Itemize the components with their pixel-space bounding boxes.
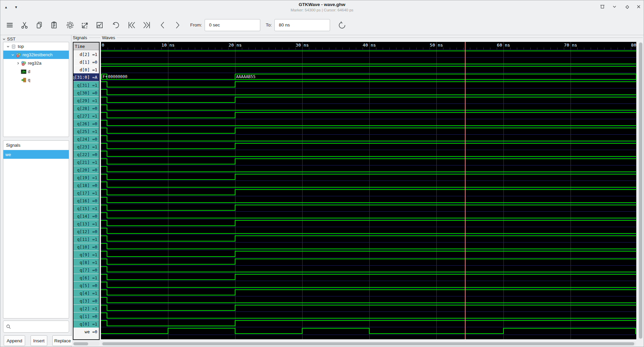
signal-name-row[interactable]: q[10] =0 [73,243,99,251]
signal-name-row[interactable]: q[2] =1 [73,304,99,312]
go-to-start-icon[interactable] [124,17,139,33]
signal-name-row[interactable]: q[24] =0 [73,135,99,143]
window-title: GTKWave - wave.ghw [0,2,644,7]
reload-icon[interactable] [335,17,350,33]
undo-icon[interactable] [108,17,123,33]
signal-name-row[interactable]: q[15] =1 [73,204,99,212]
signal-name-row[interactable]: q[11] =1 [73,235,99,243]
search-icon [6,324,11,329]
signal-name-row[interactable]: d[2] =1 [73,50,99,58]
signal-name-column: Timed[2] =1d[1] =0d[0] =1q[31:0] =Aq[31]… [73,42,100,340]
names-horizontal-scrollbar[interactable] [73,342,100,346]
component-icon [15,52,21,58]
svg-text:AAAAAB55: AAAAAB55 [236,74,256,79]
maximize-icon[interactable] [624,4,629,9]
svg-text:ns: ns [371,43,376,48]
paste-icon[interactable] [47,17,61,33]
signal-name-row[interactable]: q[26] =0 [73,120,99,127]
signal-name-row[interactable]: q[28] =0 [73,104,99,112]
copy-icon[interactable] [32,17,47,33]
waves-vertical-scrollbar[interactable] [638,42,643,339]
signal-name-row[interactable]: q[3] =0 [73,297,99,304]
signal-name-row[interactable]: q[12] =0 [73,227,99,235]
waveform-canvas[interactable]: 010ns20ns30ns40ns50ns60ns70ns80nsF+00000… [101,42,636,339]
chevron-right-icon[interactable] [16,61,20,65]
signal-name-row[interactable]: q[18] =0 [73,181,99,189]
wave-display-icon [21,69,26,74]
signals-list-header: Signals [3,141,69,150]
signal-name-row[interactable]: d[0] =1 [73,66,99,73]
toolbar: From: To: [0,15,644,35]
signal-name-row[interactable]: q[22] =0 [73,150,99,158]
marker-cursor-readout: Marker: 54300 ps | Cursor: 64640 ps [0,8,644,12]
tree-item-top[interactable]: top [3,42,69,51]
signal-name-row[interactable]: q[27] =1 [73,112,99,120]
zoom-fit-icon[interactable] [63,17,77,33]
svg-text:20: 20 [228,43,234,48]
signal-name-row[interactable]: we =0 [73,328,99,335]
from-input[interactable] [205,19,260,31]
svg-text:ns: ns [236,43,242,48]
signal-list-item-we[interactable]: we [3,150,69,159]
signal-name-row[interactable]: q[0] =1 [73,320,99,328]
to-label: To: [266,22,272,27]
step-left-icon[interactable] [155,17,170,33]
svg-text:50: 50 [430,43,435,48]
signal-name-row[interactable]: q[19] =1 [73,174,99,181]
zoom-out-selection-icon[interactable] [77,17,92,33]
signal-name-row[interactable]: q[29] =1 [73,96,99,104]
module-cylinder-icon [11,44,16,49]
to-input[interactable] [274,19,330,31]
menu-icon[interactable] [2,17,17,33]
step-right-icon[interactable] [170,17,185,33]
sst-sidebar: SST top reg32testbench reg32a d [0,35,71,347]
signal-name-row[interactable]: d[1] =0 [73,58,99,66]
signal-name-row[interactable]: q[14] =0 [73,212,99,220]
tree-item-d[interactable]: d [3,67,69,76]
chevron-down-icon [2,38,6,41]
insert-button[interactable]: Insert [31,335,47,346]
signal-name-row[interactable]: q[13] =1 [73,220,99,227]
signal-name-row[interactable]: q[5] =0 [73,281,99,289]
signal-name-row[interactable]: q[16] =0 [73,197,99,204]
svg-text:ns: ns [505,43,510,48]
tree-item-q[interactable]: q [3,76,69,84]
append-button[interactable]: Append [4,335,25,346]
sst-tree: top reg32testbench reg32a d q [3,42,69,137]
signal-names-frame-label: Signals [73,35,100,40]
zoom-in-selection-icon[interactable] [92,17,107,33]
sst-header[interactable]: SST [2,37,15,42]
signal-name-row[interactable]: q[25] =1 [73,127,99,135]
svg-text:F+: F+ [103,74,107,79]
cut-icon[interactable] [17,17,32,33]
signal-name-row[interactable]: q[7] =0 [73,266,99,274]
tree-item-reg32testbench[interactable]: reg32testbench [3,51,69,59]
svg-text:0: 0 [102,43,104,48]
tree-item-reg32a[interactable]: reg32a [3,59,69,67]
replace-button[interactable]: Replace [52,335,73,346]
chevron-down-icon[interactable] [6,45,10,49]
signal-name-row[interactable]: q[4] =1 [73,289,99,297]
signal-name-row[interactable]: q[23] =1 [73,143,99,150]
signal-name-row[interactable]: q[21] =1 [73,158,99,166]
close-icon[interactable] [636,4,641,9]
svg-text:80: 80 [631,43,636,48]
minimize-icon[interactable] [612,4,617,9]
signal-name-row[interactable]: q[31] =1 [73,81,99,89]
signal-name-row[interactable]: q[9] =1 [73,251,99,258]
sidebar-signals-list: Signals we [3,140,69,319]
keep-above-icon[interactable] [600,4,605,9]
svg-text:ns: ns [169,43,175,48]
signal-search-field[interactable] [3,321,69,333]
signal-name-row[interactable]: q[6] =1 [73,274,99,281]
signal-name-row[interactable]: q[8] =1 [73,258,99,266]
signal-name-row[interactable]: q[30] =0 [73,89,99,96]
signal-name-row[interactable]: q[20] =0 [73,166,99,174]
signal-name-row[interactable]: q[31:0] =A [73,73,99,81]
svg-text:ns: ns [438,43,443,48]
signal-name-row[interactable]: q[17] =1 [73,189,99,197]
go-to-end-icon[interactable] [139,17,154,33]
waves-horizontal-scrollbar[interactable] [101,342,636,346]
chevron-down-icon[interactable] [11,53,15,57]
signal-name-row[interactable]: q[1] =0 [73,312,99,320]
